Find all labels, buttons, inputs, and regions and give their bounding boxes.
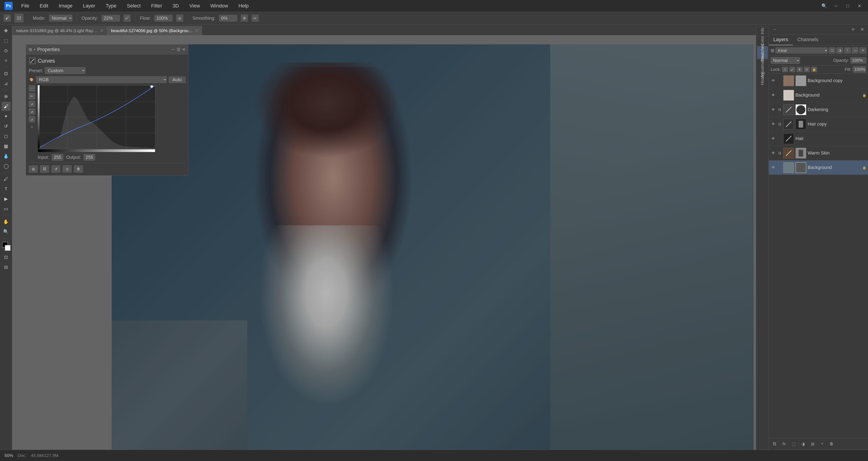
menu-layer[interactable]: Layer bbox=[81, 2, 97, 10]
eraser-tool[interactable]: ◻ bbox=[2, 132, 11, 141]
lock-position-btn[interactable]: ✥ bbox=[797, 67, 802, 72]
brush-tool[interactable]: 🖌 bbox=[2, 102, 11, 111]
tab-1[interactable]: beautiful-1274056.jpg @ 50% (Background,… bbox=[107, 26, 202, 35]
menu-window[interactable]: Window bbox=[209, 2, 230, 10]
screen-mode-tool[interactable]: ⊟ bbox=[2, 263, 11, 272]
layer-new-btn[interactable]: + bbox=[818, 440, 826, 448]
marquee-tool[interactable]: ⬚ bbox=[2, 36, 11, 45]
zoom-tool[interactable]: 🔍 bbox=[2, 227, 11, 236]
filter-adj-btn[interactable]: ◑ bbox=[836, 47, 843, 54]
lock-transparent-btn[interactable]: ⊡ bbox=[782, 67, 788, 72]
layer-3[interactable]: 👁 ⛓ Hair copy bbox=[769, 117, 868, 132]
channel-select[interactable]: RGB Red Green Blue bbox=[36, 76, 167, 83]
smoothing-value[interactable]: 0% bbox=[219, 15, 237, 22]
curves-eyedropper-white[interactable]: ⊿ bbox=[29, 116, 35, 122]
magic-wand-tool[interactable]: ✧ bbox=[2, 56, 11, 65]
blend-mode-select[interactable]: Normal Multiply Screen Overlay bbox=[771, 57, 800, 64]
pen-tool[interactable]: 🖊 bbox=[2, 174, 11, 183]
mode-select[interactable]: Normal bbox=[49, 15, 72, 22]
menu-edit[interactable]: Edit bbox=[38, 2, 50, 10]
layer-adjustment-btn[interactable]: ◑ bbox=[799, 440, 807, 448]
menu-file[interactable]: File bbox=[20, 2, 31, 10]
curves-eyedropper-black[interactable]: ⊿ bbox=[29, 100, 35, 107]
layer-5[interactable]: 👁 ⛓ Warm Skin bbox=[769, 146, 868, 161]
eyedropper-tool[interactable]: ⊿ bbox=[2, 79, 11, 88]
curves-reset-btn[interactable]: ↺ bbox=[51, 165, 60, 173]
menu-type[interactable]: Type bbox=[104, 2, 119, 10]
close-button[interactable]: ✕ bbox=[855, 2, 864, 10]
tab-layers[interactable]: Layers bbox=[769, 34, 793, 45]
curves-editor[interactable] bbox=[38, 85, 155, 149]
brush-size-icon[interactable]: 22 bbox=[14, 13, 24, 23]
panel-expand-icon[interactable]: ↔ bbox=[771, 25, 779, 33]
layer-6-visibility[interactable]: 👁 bbox=[771, 166, 776, 170]
preset-select[interactable]: Custom Default Linear Contrast Medium Co… bbox=[45, 67, 86, 74]
hand-tool[interactable]: ✋ bbox=[2, 217, 11, 226]
adjustments-panel-btn[interactable]: Adjustments bbox=[757, 60, 768, 73]
panel-menu-icon[interactable]: ☰ bbox=[177, 47, 180, 52]
panel-close-icon[interactable]: ✕ bbox=[182, 47, 186, 52]
tab-0[interactable]: nature-3151869.jpg @ 46.4% (Light Rays, … bbox=[12, 26, 107, 35]
menu-view[interactable]: View bbox=[187, 2, 202, 10]
tab-channels[interactable]: Channels bbox=[793, 34, 823, 45]
layer-4[interactable]: 👁 Hair bbox=[769, 132, 868, 146]
menu-image[interactable]: Image bbox=[57, 2, 74, 10]
curves-link-btn[interactable]: ⛓ bbox=[40, 165, 49, 173]
settings-icon[interactable]: ⚙ bbox=[241, 15, 248, 22]
curves-delete-btn[interactable]: 🗑 bbox=[74, 165, 83, 173]
layer-group-btn[interactable]: ⊞ bbox=[809, 440, 817, 448]
menu-select[interactable]: Select bbox=[125, 2, 143, 10]
input-value[interactable]: 255 bbox=[52, 154, 63, 161]
healing-brush-tool[interactable]: ⊕ bbox=[2, 92, 11, 101]
brush-pressure-icon[interactable]: ✏ bbox=[252, 15, 259, 22]
filter-text-btn[interactable]: T bbox=[844, 47, 851, 54]
curves-hand-tool[interactable]: ☞ bbox=[29, 85, 35, 92]
menu-filter[interactable]: Filter bbox=[149, 2, 164, 10]
layer-1-visibility[interactable]: 👁 bbox=[771, 93, 776, 97]
layer-mask-btn[interactable]: ⬚ bbox=[789, 440, 798, 448]
lasso-tool[interactable]: ⊙ bbox=[2, 46, 11, 55]
clone-stamp-tool[interactable]: ✦ bbox=[2, 112, 11, 121]
filter-smart-btn[interactable]: ✦ bbox=[860, 47, 866, 54]
layer-0-visibility[interactable]: 👁 bbox=[771, 79, 776, 83]
curves-pencil-tool[interactable]: ✏ bbox=[29, 93, 35, 99]
curves-channel-btn[interactable]: ⊞ bbox=[29, 165, 38, 173]
layer-2-visibility[interactable]: 👁 bbox=[771, 108, 776, 112]
layer-4-visibility[interactable]: 👁 bbox=[771, 137, 776, 141]
curves-eyedropper-gray[interactable]: ⊿ bbox=[29, 108, 35, 115]
dodge-tool[interactable]: ◯ bbox=[2, 162, 11, 171]
menu-help[interactable]: Help bbox=[237, 2, 250, 10]
shape-tool[interactable]: ▭ bbox=[2, 204, 11, 213]
blur-tool[interactable]: 💧 bbox=[2, 151, 11, 161]
lock-artboard-btn[interactable]: ⊟ bbox=[804, 67, 810, 72]
tab-0-close[interactable]: ✕ bbox=[100, 29, 103, 33]
quick-mask-tool[interactable]: ⊡ bbox=[2, 253, 11, 262]
gradient-tool[interactable]: ▦ bbox=[2, 142, 11, 151]
layer-link-btn[interactable]: ⛓ bbox=[771, 440, 779, 448]
auto-button[interactable]: Auto bbox=[168, 77, 186, 83]
layer-0[interactable]: 👁 Background copy bbox=[769, 74, 868, 88]
layer-5-visibility[interactable]: 👁 bbox=[771, 151, 776, 155]
search-button[interactable]: 🔍 bbox=[820, 2, 828, 10]
curves-visibility-btn[interactable]: ⊙ bbox=[63, 165, 72, 173]
panel-options-icon[interactable]: ≡ bbox=[849, 25, 857, 33]
opacity-icon[interactable]: 🖊 bbox=[123, 15, 131, 22]
history-panel-btn[interactable]: History bbox=[757, 74, 768, 83]
filter-shape-btn[interactable]: ▭ bbox=[852, 47, 859, 54]
menu-3d[interactable]: 3D bbox=[170, 2, 181, 10]
panel-close-icon2[interactable]: ✕ bbox=[858, 25, 866, 33]
filter-pixel-btn[interactable]: ⊡ bbox=[829, 47, 835, 54]
layer-2[interactable]: 👁 ⛓ Darkening bbox=[769, 103, 868, 117]
type-tool[interactable]: T bbox=[2, 184, 11, 193]
opacity-value[interactable]: 22% bbox=[102, 15, 120, 22]
opacity-input[interactable]: 100% bbox=[850, 57, 866, 63]
history-brush-tool[interactable]: ↺ bbox=[2, 122, 11, 131]
path-selection-tool[interactable]: ▶ bbox=[2, 194, 11, 203]
layer-style-btn[interactable]: fx bbox=[780, 440, 788, 448]
panel-collapse-icon[interactable]: ↔ bbox=[171, 47, 175, 52]
move-tool[interactable]: ✥ bbox=[2, 26, 11, 35]
output-value[interactable]: 255 bbox=[84, 154, 95, 161]
crop-tool[interactable]: ⊡ bbox=[2, 69, 11, 78]
lock-image-btn[interactable]: 🖌 bbox=[789, 67, 795, 72]
fill-input[interactable]: 100% bbox=[852, 66, 866, 73]
